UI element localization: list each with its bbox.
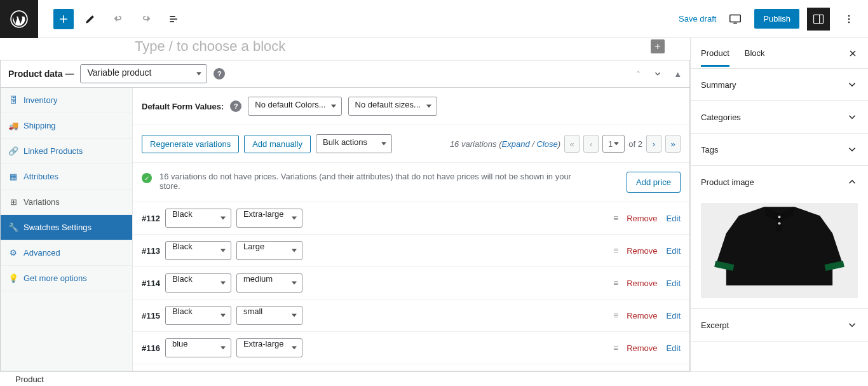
svg-point-5 — [848, 21, 850, 23]
settings-sidebar-toggle[interactable] — [807, 8, 830, 31]
variation-size-value: small — [243, 307, 262, 316]
variation-row[interactable]: #112 Black Extra-large ≡ Remove Edit — [133, 202, 689, 235]
chevron-down-icon — [220, 347, 226, 350]
shipping-icon: 🚚 — [8, 121, 18, 130]
first-page-button[interactable]: « — [564, 135, 580, 153]
variation-color-select[interactable]: blue — [165, 338, 231, 357]
tab-attributes[interactable]: ▦Attributes — [1, 164, 132, 190]
help-icon[interactable]: ? — [230, 100, 241, 112]
close-link[interactable]: Close — [536, 139, 557, 149]
drag-handle-icon[interactable]: ≡ — [613, 278, 618, 288]
edit-variation-link[interactable]: Edit — [667, 214, 681, 223]
status-bar-breadcrumb[interactable]: Product — [15, 375, 44, 384]
default-sizes-select[interactable]: No default sizes... — [348, 97, 437, 116]
variations-toolbar: Regenerate variations Add manually Bulk … — [133, 125, 689, 163]
variation-color-select[interactable]: Black — [165, 209, 231, 228]
add-block-inline-icon[interactable] — [651, 39, 665, 53]
remove-variation-link[interactable]: Remove — [627, 279, 657, 288]
sidebar-tab-block[interactable]: Block — [745, 39, 765, 67]
edit-variation-link[interactable]: Edit — [667, 279, 681, 288]
drag-handle-icon[interactable]: ≡ — [613, 343, 618, 353]
edit-variation-link[interactable]: Edit — [667, 311, 681, 321]
remove-variation-link[interactable]: Remove — [627, 311, 657, 321]
block-prompt[interactable]: Type / to choose a block — [0, 38, 690, 60]
drag-handle-icon[interactable]: ≡ — [613, 245, 618, 256]
attributes-icon: ▦ — [8, 172, 18, 181]
variation-size-select[interactable]: medium — [236, 273, 302, 293]
panel-tags[interactable]: Tags — [691, 134, 868, 166]
variations-pagination: 16 variations (Expand / Close) « ‹ 1 of … — [450, 135, 681, 153]
panel-excerpt[interactable]: Excerpt — [691, 309, 868, 341]
svg-point-11 — [778, 222, 781, 224]
chevron-down-icon — [220, 282, 226, 285]
collapse-metabox-icon[interactable]: ▲ — [674, 69, 682, 79]
help-icon[interactable]: ? — [214, 68, 225, 79]
chevron-down-icon — [292, 347, 297, 350]
variation-color-select[interactable]: Black — [165, 306, 231, 325]
tab-shipping[interactable]: 🚚Shipping — [1, 113, 132, 139]
edit-mode-icon[interactable] — [79, 8, 102, 31]
next-page-button[interactable]: › — [646, 135, 661, 153]
drag-handle-icon[interactable]: ≡ — [613, 213, 618, 223]
regenerate-variations-button[interactable]: Regenerate variations — [142, 135, 239, 153]
more-options-icon[interactable] — [837, 8, 860, 31]
variation-id: #116 — [142, 343, 160, 353]
edit-variation-link[interactable]: Edit — [667, 246, 681, 256]
tab-variations[interactable]: ⊞Variations — [1, 190, 132, 215]
panel-categories[interactable]: Categories — [691, 101, 868, 134]
move-up-icon[interactable]: ⌃ — [635, 69, 642, 79]
edit-variation-link[interactable]: Edit — [667, 343, 681, 353]
variation-color-select[interactable]: Black — [165, 241, 231, 260]
chevron-down-icon — [220, 314, 226, 317]
default-colors-select[interactable]: No default Colors... — [248, 97, 341, 116]
wp-logo[interactable] — [0, 0, 38, 38]
sidebar-tab-product[interactable]: Product — [701, 39, 729, 67]
tab-advanced[interactable]: ⚙Advanced — [1, 240, 132, 266]
variation-size-value: Extra-large — [243, 209, 284, 219]
tab-inventory[interactable]: 🗄Inventory — [1, 88, 132, 113]
panel-product-image[interactable]: Product image — [691, 166, 868, 309]
sidebar-tabs: Product Block — [691, 38, 868, 69]
product-type-select[interactable]: Variable product — [80, 64, 207, 83]
outline-icon[interactable] — [163, 8, 186, 31]
add-price-button[interactable]: Add price — [627, 172, 681, 193]
variation-size-select[interactable]: Large — [236, 241, 302, 260]
save-draft-link[interactable]: Save draft — [679, 14, 716, 24]
close-sidebar-icon[interactable] — [848, 48, 858, 59]
tab-swatches-settings[interactable]: 🔧Swatches Settings — [1, 215, 132, 240]
tab-linked-products[interactable]: 🔗Linked Products — [1, 139, 132, 164]
preview-icon[interactable] — [724, 8, 747, 31]
remove-variation-link[interactable]: Remove — [627, 343, 657, 353]
remove-variation-link[interactable]: Remove — [627, 246, 657, 256]
variation-row[interactable]: #114 Black medium ≡ Remove Edit — [133, 267, 689, 300]
variations-panel: Default Form Values: ? No default Colors… — [133, 88, 689, 371]
variation-size-select[interactable]: Extra-large — [236, 338, 302, 357]
variation-size-select[interactable]: Extra-large — [236, 209, 302, 228]
panel-summary[interactable]: Summary — [691, 69, 868, 101]
bulk-actions-select[interactable]: Bulk actions — [316, 134, 392, 153]
variation-row[interactable]: #115 Black small ≡ Remove Edit — [133, 300, 689, 332]
remove-variation-link[interactable]: Remove — [627, 214, 657, 223]
product-image-thumbnail[interactable] — [701, 203, 858, 298]
panel-excerpt-label: Excerpt — [701, 321, 729, 330]
last-page-button[interactable]: » — [665, 135, 681, 153]
add-block-button[interactable] — [53, 9, 74, 29]
variation-color-select[interactable]: Black — [165, 273, 231, 293]
expand-link[interactable]: Expand — [502, 139, 530, 149]
drag-handle-icon[interactable]: ≡ — [613, 310, 618, 321]
move-down-icon[interactable] — [653, 69, 662, 79]
redo-icon[interactable] — [135, 8, 158, 31]
tab-get-more-options[interactable]: 💡Get more options — [1, 266, 132, 291]
chevron-down-icon — [846, 319, 858, 331]
add-manually-button[interactable]: Add manually — [244, 135, 311, 153]
prev-page-button[interactable]: ‹ — [583, 135, 599, 153]
variation-size-select[interactable]: small — [236, 306, 302, 325]
tab-shipping-label: Shipping — [24, 121, 56, 130]
svg-point-10 — [778, 216, 781, 218]
variation-row[interactable]: #113 Black Large ≡ Remove Edit — [133, 235, 689, 267]
variation-row[interactable]: #116 blue Extra-large ≡ Remove Edit — [133, 332, 689, 364]
undo-icon[interactable] — [107, 8, 130, 31]
publish-button[interactable]: Publish — [754, 9, 799, 29]
chevron-down-icon — [381, 142, 386, 146]
page-number-select[interactable]: 1 — [602, 135, 625, 153]
